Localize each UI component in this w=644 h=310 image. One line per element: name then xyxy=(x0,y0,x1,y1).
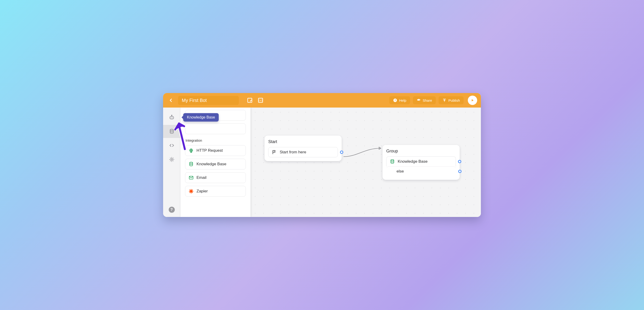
robot-icon xyxy=(169,115,174,120)
node-row-label: Knowledge Base xyxy=(398,159,428,164)
node-row-start[interactable]: Start from here xyxy=(268,147,338,157)
panel-item-knowledge-base[interactable]: Knowledge Base xyxy=(185,159,246,169)
help-button[interactable]: ? Help xyxy=(389,96,410,104)
publish-button[interactable]: Publish xyxy=(438,96,464,104)
left-rail: ? xyxy=(163,108,180,217)
variables-button[interactable]: (x) xyxy=(256,96,264,104)
note-icon xyxy=(247,98,252,103)
zapier-icon xyxy=(188,189,194,194)
output-port[interactable] xyxy=(340,151,343,154)
share-button[interactable]: Share xyxy=(413,96,436,104)
database-icon xyxy=(188,162,194,167)
panel-item-zapier[interactable]: Zapier xyxy=(185,186,246,197)
play-icon xyxy=(470,98,474,102)
panel-item-hidden[interactable] xyxy=(185,123,246,134)
node-group[interactable]: Group Knowledge Base else xyxy=(382,145,460,180)
notes-button[interactable] xyxy=(246,96,254,104)
help-label: Help xyxy=(399,98,406,102)
node-row-knowledge-base[interactable]: Knowledge Base xyxy=(386,156,456,166)
panel-item-label: Zapier xyxy=(196,189,208,194)
output-port[interactable] xyxy=(458,160,461,163)
rail-settings-button[interactable] xyxy=(163,153,180,166)
rail-knowledge-base-button[interactable] xyxy=(163,125,180,138)
node-row-label: else xyxy=(396,169,404,174)
panel-item-email[interactable]: Email xyxy=(185,172,246,183)
publish-icon xyxy=(442,98,446,102)
run-button[interactable] xyxy=(468,96,477,105)
rail-code-button[interactable] xyxy=(163,139,180,152)
app-header: My First Bot (x) ? Help Share Publish xyxy=(163,93,481,108)
gear-icon xyxy=(169,157,174,162)
globe-icon xyxy=(188,148,194,153)
app-body: ? Knowledge Base AB Test xyxy=(163,108,481,217)
share-icon xyxy=(417,98,421,102)
panel-item-label: Knowledge Base xyxy=(196,162,226,166)
panel-heading-integration: Integration xyxy=(186,138,246,142)
variables-icon: (x) xyxy=(258,98,263,103)
rail-bot-button[interactable] xyxy=(163,111,180,124)
panel-item-http-request[interactable]: HTTP Request xyxy=(185,145,246,156)
app-window: My First Bot (x) ? Help Share Publish xyxy=(163,93,481,217)
svg-point-13 xyxy=(391,159,394,161)
svg-text:(x): (x) xyxy=(258,99,263,102)
share-label: Share xyxy=(423,98,432,102)
blocks-panel: AB Test Integration HTTP Request Knowled… xyxy=(180,108,250,217)
question-mark-icon: ? xyxy=(170,208,173,212)
svg-point-11 xyxy=(190,162,193,163)
svg-point-8 xyxy=(170,129,174,131)
svg-point-7 xyxy=(172,117,173,118)
publish-label: Publish xyxy=(448,98,460,102)
panel-item-label: Email xyxy=(196,175,206,180)
bot-title[interactable]: My First Bot xyxy=(178,96,239,105)
svg-rect-5 xyxy=(170,116,174,119)
flag-icon xyxy=(272,150,277,155)
email-icon xyxy=(188,175,194,180)
back-button[interactable] xyxy=(167,96,175,105)
node-title: Group xyxy=(386,149,456,154)
rail-help-button[interactable]: ? xyxy=(169,207,175,213)
node-title: Start xyxy=(268,139,338,144)
rail-tooltip: Knowledge Base xyxy=(183,113,219,122)
database-icon xyxy=(390,159,395,164)
output-port[interactable] xyxy=(458,170,462,173)
svg-text:?: ? xyxy=(394,99,396,102)
node-start[interactable]: Start Start from here xyxy=(264,136,342,161)
svg-point-9 xyxy=(171,159,172,160)
flow-edge xyxy=(344,145,386,164)
database-icon xyxy=(169,129,174,134)
svg-point-6 xyxy=(170,117,171,118)
arrow-left-icon xyxy=(168,98,174,103)
panel-item-label: HTTP Request xyxy=(196,148,223,153)
flow-canvas[interactable]: Start Start from here Group xyxy=(250,108,481,217)
help-circle-icon: ? xyxy=(393,98,397,102)
code-icon xyxy=(169,143,174,148)
node-row-label: Start from here xyxy=(280,150,306,155)
node-row-else[interactable]: else xyxy=(386,166,456,176)
